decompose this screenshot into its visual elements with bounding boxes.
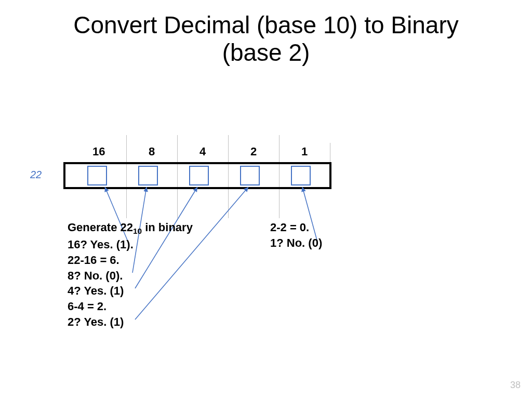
col-label-4: 4: [200, 145, 206, 158]
bit-box-8: [138, 166, 158, 185]
text: in binary: [142, 221, 193, 234]
bit-box-2: [240, 166, 260, 185]
step-line: 2? Yes. (1): [68, 314, 193, 330]
col-label-2: 2: [250, 145, 257, 158]
step-line: 4? Yes. (1): [68, 283, 193, 299]
step-line: 8? No. (0).: [68, 268, 193, 284]
title-line-2: (base 2): [222, 39, 310, 66]
slide-number: 38: [510, 380, 521, 391]
col-label-1: 1: [301, 145, 308, 158]
step-line: 22-16 = 6.: [68, 252, 193, 268]
col-label-8: 8: [149, 145, 155, 158]
steps-column-right: 2-2 = 0. 1? No. (0): [270, 220, 322, 250]
steps-column-left: Generate 2210 in binary 16? Yes. (1). 22…: [68, 220, 193, 329]
title-line-1: Convert Decimal (base 10) to Binary: [73, 11, 458, 38]
step-line: 6-4 = 2.: [68, 299, 193, 314]
step-line: 16? Yes. (1).: [68, 237, 193, 252]
slide-title: Convert Decimal (base 10) to Binary (bas…: [0, 0, 532, 66]
subscript: 10: [133, 227, 142, 235]
step-line: Generate 2210 in binary: [68, 220, 193, 237]
step-line: 2-2 = 0.: [270, 220, 322, 235]
bit-box-1: [291, 166, 311, 185]
bit-box-4: [189, 166, 209, 185]
gridline: [330, 143, 330, 164]
decimal-value-label: 22: [30, 169, 42, 181]
text: Generate 22: [68, 221, 133, 234]
slide: Convert Decimal (base 10) to Binary (bas…: [0, 0, 532, 399]
step-line: 1? No. (0): [270, 235, 322, 251]
col-label-16: 16: [92, 145, 105, 158]
bit-box-16: [87, 166, 107, 185]
